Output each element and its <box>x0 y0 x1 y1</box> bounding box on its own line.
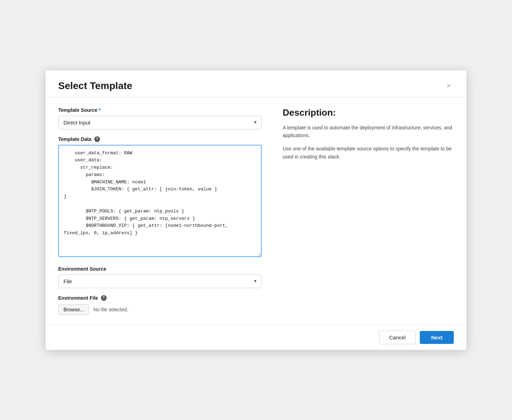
modal-body: Template Source * Direct Input File URL … <box>46 97 466 325</box>
left-panel: Template Source * Direct Input File URL … <box>58 107 262 315</box>
no-file-text: No file selected. <box>93 307 128 312</box>
close-button[interactable]: × <box>444 81 454 91</box>
browse-button[interactable]: Browse... <box>58 304 89 315</box>
description-paragraph-1: A template is used to automate the deplo… <box>283 124 454 140</box>
template-source-label: Template Source * <box>58 107 262 113</box>
modal-header: Select Template × <box>46 70 466 97</box>
environment-file-help-icon[interactable]: ? <box>101 295 107 301</box>
modal-footer: Cancel Next <box>46 325 466 350</box>
template-data-label: Template Data ? <box>58 136 262 142</box>
next-button[interactable]: Next <box>420 331 454 344</box>
description-title: Description: <box>283 107 454 118</box>
select-template-modal: Select Template × Template Source * Dire… <box>46 70 466 350</box>
environment-source-wrapper: File Direct Input URL ▼ <box>58 275 262 288</box>
environment-file-label: Environment File ? <box>58 295 262 301</box>
template-source-select[interactable]: Direct Input File URL <box>58 116 262 129</box>
right-panel: Description: A template is used to autom… <box>283 107 454 315</box>
template-data-help-icon[interactable]: ? <box>94 136 100 142</box>
environment-source-select[interactable]: File Direct Input URL <box>58 275 262 288</box>
browse-row: Browse... No file selected. <box>58 304 262 315</box>
template-data-textarea[interactable]: user_data_format: RAW user_data: str_rep… <box>58 145 262 257</box>
environment-source-label: Environment Source <box>58 266 262 272</box>
modal-title: Select Template <box>58 80 132 92</box>
description-paragraph-2: Use one of the available template source… <box>283 145 454 161</box>
cancel-button[interactable]: Cancel <box>379 331 416 344</box>
template-source-wrapper: Direct Input File URL ▼ <box>58 116 262 129</box>
required-indicator: * <box>99 107 101 113</box>
